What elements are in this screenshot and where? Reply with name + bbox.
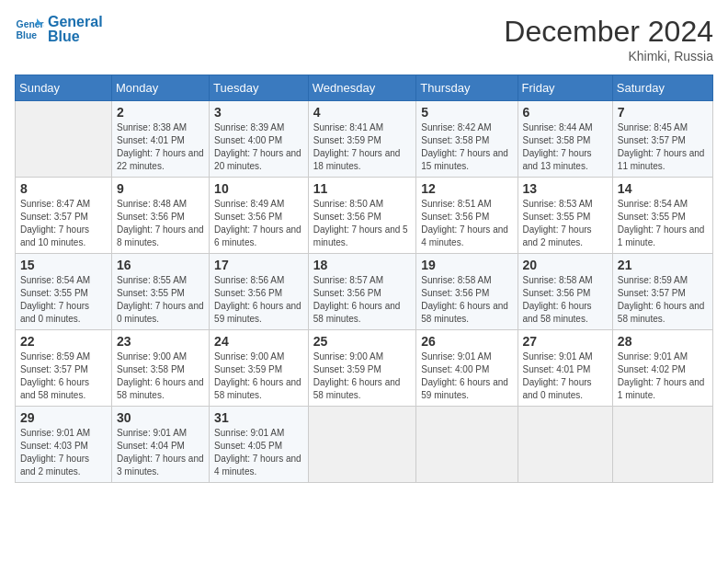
calendar-cell: 30Sunrise: 9:01 AMSunset: 4:04 PMDayligh… — [112, 407, 210, 483]
header-row: Sunday Monday Tuesday Wednesday Thursday… — [16, 75, 713, 101]
calendar-week-row: 2Sunrise: 8:38 AMSunset: 4:01 PMDaylight… — [16, 101, 713, 178]
calendar-cell: 31Sunrise: 9:01 AMSunset: 4:05 PMDayligh… — [210, 407, 309, 483]
day-number: 8 — [20, 181, 107, 196]
calendar-cell — [518, 407, 612, 483]
day-number: 10 — [214, 181, 303, 196]
calendar-cell: 14Sunrise: 8:54 AMSunset: 3:55 PMDayligh… — [612, 178, 712, 254]
calendar-cell: 29Sunrise: 9:01 AMSunset: 4:03 PMDayligh… — [16, 407, 112, 483]
day-info: Sunrise: 9:00 AMSunset: 3:59 PMDaylight:… — [214, 350, 303, 402]
day-number: 30 — [117, 410, 204, 425]
day-number: 9 — [117, 181, 204, 196]
day-info: Sunrise: 8:42 AMSunset: 3:58 PMDaylight:… — [421, 121, 512, 173]
col-wednesday: Wednesday — [308, 75, 416, 101]
calendar-cell: 15Sunrise: 8:54 AMSunset: 3:55 PMDayligh… — [16, 254, 112, 330]
day-info: Sunrise: 9:01 AMSunset: 4:01 PMDaylight:… — [523, 350, 608, 402]
day-number: 23 — [117, 334, 204, 349]
calendar-cell: 6Sunrise: 8:44 AMSunset: 3:58 PMDaylight… — [518, 101, 612, 178]
calendar-cell: 26Sunrise: 9:01 AMSunset: 4:00 PMDayligh… — [416, 330, 518, 407]
day-number: 6 — [523, 105, 608, 120]
day-number: 27 — [523, 334, 608, 349]
day-info: Sunrise: 8:38 AMSunset: 4:01 PMDaylight:… — [117, 121, 204, 173]
day-info: Sunrise: 8:48 AMSunset: 3:56 PMDaylight:… — [117, 198, 204, 249]
page-header: General Blue General Blue December 2024 … — [15, 15, 713, 63]
day-info: Sunrise: 8:45 AMSunset: 3:57 PMDaylight:… — [618, 121, 708, 173]
day-number: 11 — [313, 181, 412, 196]
calendar-cell: 25Sunrise: 9:00 AMSunset: 3:59 PMDayligh… — [308, 330, 416, 407]
calendar-cell: 20Sunrise: 8:58 AMSunset: 3:56 PMDayligh… — [518, 254, 612, 330]
calendar-cell: 8Sunrise: 8:47 AMSunset: 3:57 PMDaylight… — [16, 178, 112, 254]
day-info: Sunrise: 8:57 AMSunset: 3:56 PMDaylight:… — [313, 274, 412, 326]
col-saturday: Saturday — [612, 75, 712, 101]
calendar-cell: 22Sunrise: 8:59 AMSunset: 3:57 PMDayligh… — [16, 330, 112, 407]
day-number: 12 — [421, 181, 512, 196]
day-info: Sunrise: 9:01 AMSunset: 4:02 PMDaylight:… — [618, 350, 708, 402]
day-number: 15 — [20, 258, 107, 272]
calendar-cell — [16, 101, 112, 178]
day-info: Sunrise: 8:44 AMSunset: 3:58 PMDaylight:… — [523, 121, 608, 173]
day-info: Sunrise: 8:55 AMSunset: 3:55 PMDaylight:… — [117, 274, 204, 326]
calendar-cell: 21Sunrise: 8:59 AMSunset: 3:57 PMDayligh… — [612, 254, 712, 330]
day-number: 19 — [421, 258, 512, 272]
calendar-cell: 10Sunrise: 8:49 AMSunset: 3:56 PMDayligh… — [210, 178, 309, 254]
calendar-cell: 13Sunrise: 8:53 AMSunset: 3:55 PMDayligh… — [518, 178, 612, 254]
col-thursday: Thursday — [416, 75, 518, 101]
day-number: 26 — [421, 334, 512, 349]
day-number: 5 — [421, 105, 512, 120]
calendar-cell: 7Sunrise: 8:45 AMSunset: 3:57 PMDaylight… — [612, 101, 712, 178]
calendar-table: Sunday Monday Tuesday Wednesday Thursday… — [15, 75, 713, 483]
day-number: 29 — [20, 410, 107, 425]
day-info: Sunrise: 9:00 AMSunset: 3:58 PMDaylight:… — [117, 350, 204, 402]
day-info: Sunrise: 8:56 AMSunset: 3:56 PMDaylight:… — [214, 274, 303, 326]
day-number: 24 — [214, 334, 303, 349]
day-number: 21 — [618, 258, 708, 272]
day-info: Sunrise: 8:51 AMSunset: 3:56 PMDaylight:… — [421, 198, 512, 249]
day-number: 18 — [313, 258, 412, 272]
day-info: Sunrise: 8:54 AMSunset: 3:55 PMDaylight:… — [618, 198, 708, 249]
col-tuesday: Tuesday — [210, 75, 309, 101]
col-monday: Monday — [112, 75, 210, 101]
day-number: 16 — [117, 258, 204, 272]
day-number: 17 — [214, 258, 303, 272]
calendar-week-row: 15Sunrise: 8:54 AMSunset: 3:55 PMDayligh… — [16, 254, 713, 330]
day-number: 14 — [618, 181, 708, 196]
day-number: 7 — [618, 105, 708, 120]
day-info: Sunrise: 8:59 AMSunset: 3:57 PMDaylight:… — [20, 350, 107, 402]
logo: General Blue General Blue — [15, 15, 103, 44]
calendar-cell: 2Sunrise: 8:38 AMSunset: 4:01 PMDaylight… — [112, 101, 210, 178]
day-info: Sunrise: 8:50 AMSunset: 3:56 PMDaylight:… — [313, 198, 412, 249]
day-number: 4 — [313, 105, 412, 120]
page-subtitle: Khimki, Russia — [504, 49, 713, 63]
calendar-cell: 24Sunrise: 9:00 AMSunset: 3:59 PMDayligh… — [210, 330, 309, 407]
day-number: 20 — [523, 258, 608, 272]
calendar-cell — [416, 407, 518, 483]
calendar-cell: 11Sunrise: 8:50 AMSunset: 3:56 PMDayligh… — [308, 178, 416, 254]
day-number: 28 — [618, 334, 708, 349]
day-info: Sunrise: 9:01 AMSunset: 4:04 PMDaylight:… — [117, 427, 204, 478]
day-number: 25 — [313, 334, 412, 349]
logo-line2: Blue — [48, 29, 103, 44]
calendar-cell: 16Sunrise: 8:55 AMSunset: 3:55 PMDayligh… — [112, 254, 210, 330]
calendar-cell — [612, 407, 712, 483]
calendar-cell: 9Sunrise: 8:48 AMSunset: 3:56 PMDaylight… — [112, 178, 210, 254]
day-number: 22 — [20, 334, 107, 349]
day-number: 13 — [523, 181, 608, 196]
calendar-cell: 17Sunrise: 8:56 AMSunset: 3:56 PMDayligh… — [210, 254, 309, 330]
calendar-cell: 18Sunrise: 8:57 AMSunset: 3:56 PMDayligh… — [308, 254, 416, 330]
day-info: Sunrise: 9:01 AMSunset: 4:00 PMDaylight:… — [421, 350, 512, 402]
calendar-cell: 19Sunrise: 8:58 AMSunset: 3:56 PMDayligh… — [416, 254, 518, 330]
page-title: December 2024 — [504, 15, 713, 49]
calendar-week-row: 22Sunrise: 8:59 AMSunset: 3:57 PMDayligh… — [16, 330, 713, 407]
day-info: Sunrise: 9:01 AMSunset: 4:05 PMDaylight:… — [214, 427, 303, 478]
day-info: Sunrise: 8:58 AMSunset: 3:56 PMDaylight:… — [523, 274, 608, 326]
day-number: 2 — [117, 105, 204, 120]
calendar-cell: 23Sunrise: 9:00 AMSunset: 3:58 PMDayligh… — [112, 330, 210, 407]
logo-icon: General Blue — [15, 15, 44, 44]
day-number: 31 — [214, 410, 303, 425]
calendar-cell — [308, 407, 416, 483]
col-sunday: Sunday — [16, 75, 112, 101]
day-info: Sunrise: 8:47 AMSunset: 3:57 PMDaylight:… — [20, 198, 107, 249]
calendar-body: 2Sunrise: 8:38 AMSunset: 4:01 PMDaylight… — [16, 101, 713, 483]
day-info: Sunrise: 8:54 AMSunset: 3:55 PMDaylight:… — [20, 274, 107, 326]
day-info: Sunrise: 9:00 AMSunset: 3:59 PMDaylight:… — [313, 350, 412, 402]
day-info: Sunrise: 8:59 AMSunset: 3:57 PMDaylight:… — [618, 274, 708, 326]
